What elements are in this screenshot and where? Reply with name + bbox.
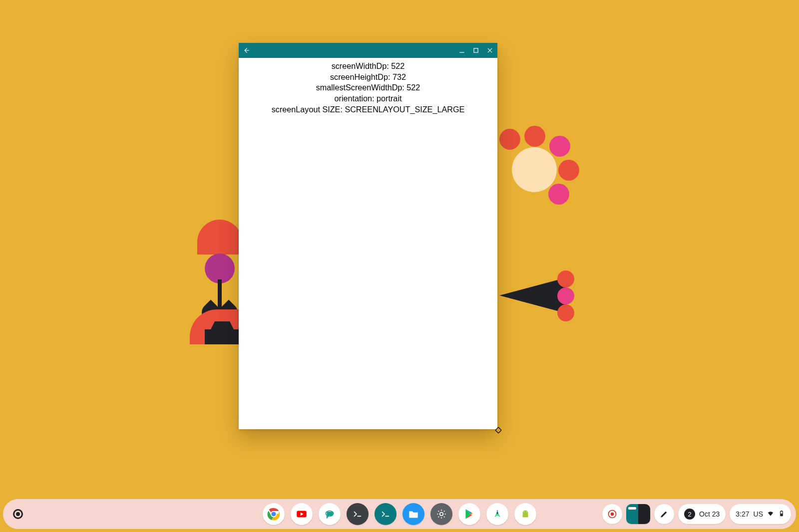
window-titlebar[interactable] [239, 43, 497, 58]
svg-rect-24 [781, 514, 783, 516]
quick-settings-pill[interactable]: 3:27 US [730, 504, 791, 524]
svg-point-9 [328, 513, 329, 514]
wallpaper-pot [205, 329, 240, 344]
svg-rect-23 [781, 511, 782, 511]
minimize-icon[interactable] [458, 47, 465, 54]
app-content: screenWidthDp: 522 screenHeightDp: 732 s… [239, 58, 497, 429]
svg-point-16 [496, 512, 498, 514]
status-keyboard: US [754, 510, 763, 518]
status-time: 3:27 [736, 510, 749, 518]
config-line: screenHeightDp: 732 [239, 72, 497, 83]
svg-rect-15 [497, 510, 498, 512]
config-line: smallestScreenWidthDp: 522 [239, 82, 497, 93]
config-line: screenLayout SIZE: SCREENLAYOUT_SIZE_LAR… [239, 104, 497, 115]
battery-icon [778, 510, 785, 519]
resize-handle-icon[interactable] [494, 426, 502, 434]
svg-point-17 [523, 512, 524, 513]
shelf-app-play-store[interactable] [458, 503, 480, 525]
shelf-app-terminal[interactable] [347, 503, 369, 525]
back-icon[interactable] [243, 47, 250, 54]
svg-point-10 [329, 513, 330, 514]
wifi-icon [767, 510, 774, 519]
shelf-app-chrome[interactable] [263, 503, 285, 525]
shelf-app-youtube[interactable] [291, 503, 313, 525]
shelf-app-files[interactable] [402, 503, 424, 525]
notification-count: 2 [684, 509, 695, 520]
shelf-app-android-debug[interactable] [514, 503, 536, 525]
shelf-app-settings[interactable] [430, 503, 452, 525]
shelf-app-android-studio[interactable] [486, 503, 508, 525]
maximize-icon[interactable] [472, 47, 479, 54]
shelf-app-icons [263, 503, 536, 525]
svg-rect-0 [474, 48, 478, 52]
wallpaper-flower [494, 130, 574, 210]
status-date: Oct 23 [699, 510, 720, 518]
shelf-app-messages[interactable] [319, 503, 341, 525]
android-app-window: screenWidthDp: 522 screenHeightDp: 732 s… [239, 43, 497, 429]
notifications-pill[interactable]: 2 Oct 23 [678, 504, 726, 524]
close-icon[interactable] [486, 47, 493, 54]
stylus-tools-icon[interactable] [654, 504, 674, 524]
config-line: screenWidthDp: 522 [239, 61, 497, 72]
svg-point-13 [440, 513, 443, 516]
svg-point-21 [611, 513, 614, 516]
shelf: 2 Oct 23 3:27 US [3, 499, 796, 529]
config-line: orientation: portrait [239, 93, 497, 104]
shelf-status-area: 2 Oct 23 3:27 US [602, 504, 791, 524]
svg-point-3 [272, 512, 276, 517]
shelf-app-linux-terminal[interactable] [375, 503, 397, 525]
svg-point-11 [331, 513, 332, 514]
screen-record-icon[interactable] [602, 504, 622, 524]
svg-point-18 [526, 512, 527, 513]
running-app-thumbnail[interactable] [626, 504, 650, 524]
wallpaper-cone [499, 269, 569, 319]
launcher-button[interactable] [8, 504, 28, 524]
svg-rect-19 [523, 514, 528, 518]
